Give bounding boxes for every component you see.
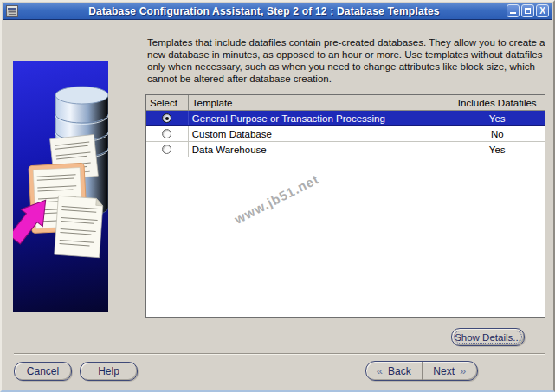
radio-button[interactable] <box>162 129 171 138</box>
help-button[interactable]: Help <box>80 362 138 381</box>
table-header-row: Select Template Includes Datafiles <box>146 95 545 111</box>
includes-datafiles-value: No <box>449 126 545 141</box>
column-header-select: Select <box>146 95 189 110</box>
includes-datafiles-value: Yes <box>449 142 545 157</box>
show-details-button[interactable]: Show Details... <box>451 328 525 346</box>
column-header-template: Template <box>189 95 450 110</box>
table-row-general-purpose[interactable]: General Purpose or Transaction Processin… <box>146 111 545 126</box>
titlebar[interactable]: Database Configuration Assistant, Step 2… <box>3 3 552 20</box>
cancel-button[interactable]: Cancel <box>14 362 72 381</box>
cancel-label: Cancel <box>27 365 59 377</box>
minimize-button[interactable] <box>507 4 520 17</box>
back-chevron-icon: « <box>377 365 383 376</box>
minimize-icon <box>510 12 516 14</box>
next-chevron-icon: » <box>460 365 466 376</box>
document-icon <box>55 196 104 257</box>
maximize-button[interactable] <box>521 4 534 17</box>
dbca-wizard-window: Database Configuration Assistant, Step 2… <box>0 0 555 392</box>
radio-button[interactable] <box>162 113 171 123</box>
footer-separator <box>14 353 545 355</box>
template-name: General Purpose or Transaction Processin… <box>189 111 450 125</box>
back-label: Back <box>388 365 411 377</box>
wizard-illustration-panel <box>13 61 108 312</box>
close-icon: X <box>537 5 548 16</box>
application-icon <box>6 5 18 17</box>
window-controls: X <box>507 4 549 17</box>
database-illustration <box>13 61 108 312</box>
includes-datafiles-value: Yes <box>449 111 545 125</box>
table-row-custom-database[interactable]: Custom Database No <box>146 126 545 142</box>
table-row-data-warehouse[interactable]: Data Warehouse Yes <box>146 142 545 157</box>
column-header-includes-datafiles: Includes Datafiles <box>449 95 545 110</box>
template-name: Data Warehouse <box>189 142 450 157</box>
wizard-navigation: « Back Next » <box>365 361 478 381</box>
show-details-label: Show Details... <box>455 332 521 343</box>
template-name: Custom Database <box>189 126 450 141</box>
templates-table: Select Template Includes Datafiles Gener… <box>145 94 545 318</box>
close-button[interactable]: X <box>536 4 549 17</box>
help-label: Help <box>98 365 119 377</box>
maximize-icon <box>525 8 531 14</box>
back-button[interactable]: « Back <box>366 362 423 380</box>
window-title: Database Configuration Assistant, Step 2… <box>22 5 507 17</box>
next-button[interactable]: Next » <box>423 362 478 380</box>
page-description: Templates that include datafiles contain… <box>147 36 546 85</box>
radio-button[interactable] <box>162 145 171 154</box>
next-label: Next <box>433 365 455 377</box>
